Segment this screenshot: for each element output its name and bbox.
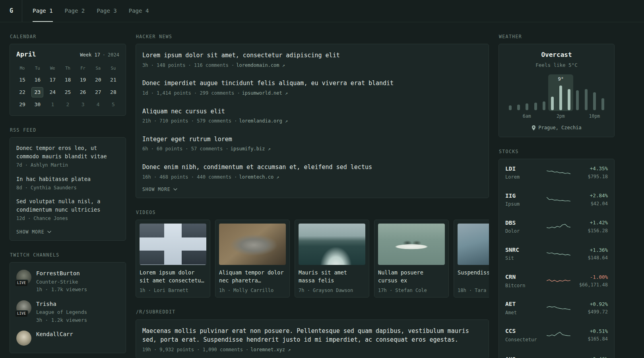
news-source-link[interactable]: loremdomain.com ↗ (236, 62, 285, 68)
stock-row[interactable]: AET Amet +0.92% $499.72 (499, 294, 614, 321)
weather-hour-bar (582, 74, 590, 111)
video-thumbnail[interactable] (378, 224, 445, 265)
weather-widget: WEATHER Overcast Feels like 5°C 9° 6am 2… (499, 33, 615, 137)
calendar-day: 4 (92, 99, 104, 110)
rss-item-title[interactable]: In hac habitasse platea (16, 175, 119, 183)
stock-price: $499.72 (572, 309, 608, 315)
stock-change: +0.92% (572, 301, 608, 308)
rss-item-meta: 12d · Chance Jones (16, 215, 119, 222)
stock-price: $795.18 (572, 173, 608, 180)
stock-id: DBS Dolor (505, 219, 545, 235)
calendar-day: 21 (107, 75, 119, 85)
news-source-link[interactable]: ipsumify.biz ↗ (231, 146, 271, 152)
weather-hour-bar (514, 74, 523, 111)
stock-ticker: AHS (505, 355, 545, 358)
video-title[interactable]: Lorem ipsum dolor sit amet consectetu… (140, 268, 206, 284)
video-card[interactable]: Aliquam tempor dolor nec pharetra… 1h · … (215, 220, 290, 298)
weather-card: Overcast Feels like 5°C 9° 6am 2pm 10pm … (499, 44, 615, 137)
twitch-channel-item[interactable]: KendallCarr (10, 331, 126, 346)
stock-sparkline (545, 329, 572, 340)
calendar-day: 26 (77, 87, 89, 97)
video-card[interactable]: Nullam posuere cursus ex 17h · Stefan Co… (374, 220, 449, 298)
stock-row[interactable]: LDI Lorem +4.35% $795.18 (499, 159, 614, 186)
post-title[interactable]: Maecenas mollis pulvinar erat non posuer… (142, 327, 482, 344)
stock-values: +0.51% $165.84 (572, 328, 608, 342)
twitch-channel-item[interactable]: LIVE ForrestBurton Counter-Strike 1h · 1… (10, 270, 126, 293)
tab-page-1[interactable]: Page 1 (33, 0, 53, 22)
stock-row[interactable]: CCS Consectetur +0.51% $165.84 (499, 321, 614, 348)
news-source-link[interactable]: loremlandia.org ↗ (239, 118, 288, 124)
twitch-channel-item[interactable]: LIVE Trisha League of Legends 3h · 1.2k … (10, 300, 126, 324)
channel-game: Counter-Strike (36, 278, 87, 286)
stock-price: $66,171.48 (572, 282, 608, 288)
calendar-day: 20 (92, 75, 104, 85)
video-card[interactable]: Suspendisse diam 18h · Tara (454, 220, 489, 298)
stock-name: Lorem (505, 174, 545, 181)
stock-sparkline (545, 221, 572, 232)
show-more-button[interactable]: SHOW MORE (10, 228, 58, 240)
stock-change: +4.35% (572, 165, 608, 172)
calendar-weekday-label: Mo (20, 64, 25, 73)
news-title[interactable]: Integer eget rutrum lorem (142, 135, 482, 144)
calendar-day: 22 (16, 87, 28, 97)
stock-row[interactable]: AHS +0.46% (499, 349, 614, 358)
video-title[interactable]: Suspendisse diam (458, 268, 489, 284)
video-card[interactable]: Lorem ipsum dolor sit amet consectetu… 1… (136, 220, 210, 298)
tab-page-2[interactable]: Page 2 (65, 0, 85, 22)
news-item: Aliquam nec cursus elit 21h · 710 points… (136, 102, 489, 130)
stock-sparkline (545, 354, 572, 358)
news-title[interactable]: Donec imperdiet augue tincidunt felis al… (142, 79, 482, 88)
rss-item-title[interactable]: Donec tempor eros leo, ut commodo mauris… (16, 144, 119, 161)
stock-change: +2.84% (572, 192, 608, 199)
post-source-link[interactable]: loremnet.xyz ↗ (250, 347, 291, 352)
news-title[interactable]: Aliquam nec cursus elit (142, 107, 482, 116)
tab-page-4[interactable]: Page 4 (129, 0, 149, 22)
video-title[interactable]: Aliquam tempor dolor nec pharetra… (219, 268, 286, 284)
section-title-videos: VIDEOS (136, 209, 489, 216)
videos-widget: VIDEOS Lorem ipsum dolor sit amet consec… (136, 209, 489, 298)
stock-id: AHS (505, 355, 545, 358)
news-meta: 21h · 710 points · 579 comments ·loremla… (142, 118, 482, 125)
news-stats: 1d · 1,414 points · 299 comments · (142, 90, 240, 96)
tab-page-3[interactable]: Page 3 (97, 0, 117, 22)
middle-column: HACKER NEWS Lorem ipsum dolor sit amet, … (136, 33, 489, 358)
calendar-weekday-label: Fr (80, 64, 85, 73)
subreddit-card: Maecenas mollis pulvinar erat non posuer… (136, 319, 489, 358)
video-title[interactable]: Nullam posuere cursus ex (378, 268, 445, 284)
calendar-day: 18 (62, 75, 74, 85)
video-thumbnail[interactable] (458, 224, 489, 265)
news-meta: 1d · 1,414 points · 299 comments ·ipsumw… (142, 90, 482, 97)
video-title[interactable]: Mauris sit amet massa felis (299, 268, 365, 284)
stock-name: Ipsum (505, 201, 545, 208)
stock-row[interactable]: IIG Ipsum +2.84% $42.04 (499, 186, 614, 213)
rss-item-title[interactable]: Sed volutpat nulla nisl, a condimentum n… (16, 197, 119, 214)
video-card[interactable]: Mauris sit amet massa felis 7h · Grayson… (295, 220, 369, 298)
video-thumbnail[interactable] (140, 224, 206, 265)
video-row: Lorem ipsum dolor sit amet consectetu… 1… (136, 220, 489, 298)
video-thumbnail[interactable] (219, 224, 286, 265)
stock-row[interactable]: SNRC Sit +1.36% $148.64 (499, 240, 614, 267)
news-meta: 6h · 60 points · 57 comments ·ipsumify.b… (142, 146, 482, 152)
channel-name[interactable]: Trisha (36, 300, 87, 308)
stock-name: Dolor (505, 228, 545, 235)
stock-row[interactable]: DBS Dolor +1.42% $156.28 (499, 213, 614, 240)
news-source-link[interactable]: loremtech.co ↗ (239, 174, 279, 180)
app-logo[interactable]: G (10, 7, 13, 15)
calendar-month: April (16, 50, 36, 59)
news-title[interactable]: Donec enim nibh, condimentum et accumsan… (142, 163, 482, 172)
channel-name[interactable]: ForrestBurton (36, 270, 87, 278)
news-title[interactable]: Lorem ipsum dolor sit amet, consectetur … (142, 51, 482, 60)
video-thumbnail[interactable] (299, 224, 365, 265)
top-bar: G Page 1 Page 2 Page 3 Page 4 (0, 0, 644, 22)
channel-name[interactable]: KendallCarr (36, 331, 73, 339)
channel-info: ForrestBurton Counter-Strike 1h · 1.7k v… (36, 270, 87, 293)
news-source-link[interactable]: ipsumworld.net ↗ (242, 90, 288, 96)
stock-row[interactable]: CRN Bitcorn -1.00% $66,171.48 (499, 267, 614, 294)
show-more-button[interactable]: SHOW MORE (136, 186, 184, 198)
stock-price: $165.84 (572, 336, 608, 342)
chevron-down-icon (47, 231, 51, 233)
stocks-card: LDI Lorem +4.35% $795.18 IIG Ipsum (499, 159, 615, 358)
calendar-weekday-label: Th (65, 64, 70, 73)
rss-item-meta: 8d · Cynthia Saunders (16, 185, 119, 191)
stock-change: +1.36% (572, 247, 608, 254)
